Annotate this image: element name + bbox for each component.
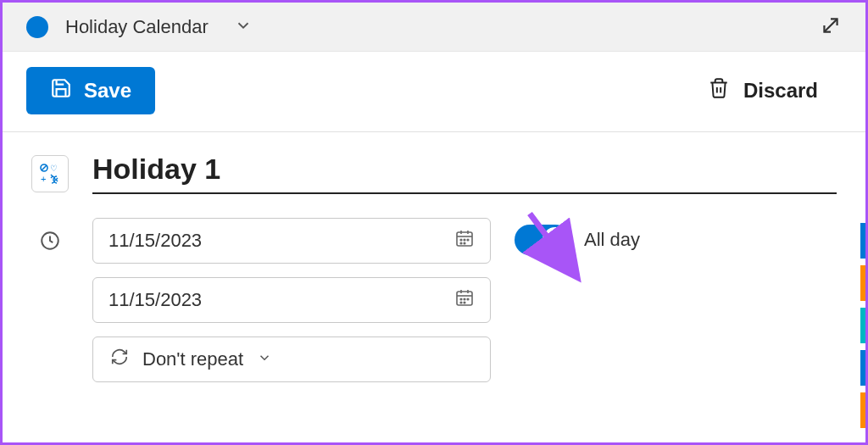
svg-point-14 xyxy=(464,242,465,244)
trash-icon xyxy=(708,77,730,104)
calendar-icon xyxy=(454,287,475,313)
toggle-knob xyxy=(542,227,568,253)
svg-point-20 xyxy=(464,298,465,300)
svg-point-23 xyxy=(464,302,465,303)
discard-button-label: Discard xyxy=(743,79,818,103)
end-date-input[interactable]: 11/15/2023 xyxy=(92,277,491,323)
svg-point-10 xyxy=(460,239,462,241)
event-title-input[interactable] xyxy=(92,153,837,194)
start-date-value: 11/15/2023 xyxy=(108,230,202,252)
toolbar: Save Discard xyxy=(3,52,865,132)
event-form: ♡ + 11/15/2023 11/15/2023 xyxy=(3,132,865,403)
allday-label: All day xyxy=(584,229,640,251)
svg-point-19 xyxy=(460,298,462,300)
title-row: ♡ + xyxy=(31,153,837,194)
calendar-picker-chevron-icon[interactable] xyxy=(234,16,253,38)
expand-icon[interactable] xyxy=(820,14,842,40)
edge-markers xyxy=(860,223,865,428)
svg-point-12 xyxy=(467,239,469,241)
save-icon xyxy=(50,77,72,104)
allday-toggle[interactable] xyxy=(515,225,570,255)
date-fields: 11/15/2023 11/15/2023 Don't repeat xyxy=(92,218,491,382)
svg-point-13 xyxy=(460,242,462,244)
calendar-color-dot xyxy=(26,16,48,38)
svg-point-22 xyxy=(460,302,462,303)
start-date-input[interactable]: 11/15/2023 xyxy=(92,218,491,264)
end-date-value: 11/15/2023 xyxy=(108,289,202,311)
discard-button[interactable]: Discard xyxy=(708,77,818,104)
calendar-icon xyxy=(454,228,475,253)
repeat-dropdown[interactable]: Don't repeat xyxy=(92,337,491,382)
date-section: 11/15/2023 11/15/2023 Don't repeat xyxy=(31,218,837,382)
window-header: Holiday Calendar xyxy=(3,3,865,52)
calendar-name: Holiday Calendar xyxy=(65,16,209,38)
svg-text:+: + xyxy=(41,174,46,184)
allday-area: All day xyxy=(515,225,640,255)
svg-point-21 xyxy=(467,298,469,300)
svg-line-0 xyxy=(824,19,837,31)
save-button[interactable]: Save xyxy=(26,67,155,114)
repeat-icon xyxy=(110,348,129,371)
svg-text:♡: ♡ xyxy=(50,164,58,173)
emoji-picker-button[interactable]: ♡ + xyxy=(31,155,69,192)
chevron-down-icon xyxy=(257,348,272,370)
svg-point-11 xyxy=(464,239,465,241)
repeat-label: Don't repeat xyxy=(142,348,243,370)
clock-icon xyxy=(31,230,69,252)
save-button-label: Save xyxy=(84,79,131,103)
svg-line-2 xyxy=(42,165,47,170)
